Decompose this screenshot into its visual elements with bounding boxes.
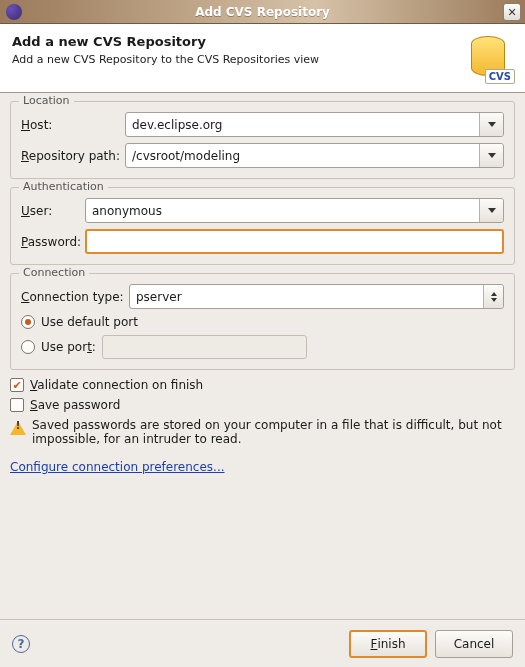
use-port-label: Use port: [41, 340, 96, 354]
password-input[interactable] [85, 229, 504, 254]
chevron-down-icon [488, 153, 496, 158]
cvs-repository-icon: CVS [465, 34, 513, 82]
authentication-group: Authentication User: anonymous Password: [10, 187, 515, 265]
host-input[interactable]: dev.eclipse.org [125, 112, 504, 137]
location-group: Location Host: dev.eclipse.org Repositor… [10, 101, 515, 179]
titlebar: Add CVS Repository ✕ [0, 0, 525, 24]
connection-type-select[interactable]: pserver [129, 284, 504, 309]
host-dropdown-button[interactable] [479, 113, 503, 136]
chevron-down-icon [488, 122, 496, 127]
use-default-port-radio[interactable]: Use default port [21, 315, 504, 329]
repository-path-value: /cvsroot/modeling [132, 149, 240, 163]
repository-path-label: Repository path: [21, 149, 125, 163]
save-password-label: Save password [30, 398, 120, 412]
radio-icon [21, 340, 35, 354]
dialog-title: Add a new CVS Repository [12, 34, 319, 49]
validate-connection-label: Validate connection on finish [30, 378, 203, 392]
connection-legend: Connection [19, 266, 89, 279]
connection-type-spinner[interactable] [483, 285, 503, 308]
validate-connection-checkbox[interactable]: Validate connection on finish [10, 378, 515, 392]
radio-icon [21, 315, 35, 329]
help-button[interactable]: ? [12, 635, 30, 653]
dialog-footer: ? Finish Cancel [0, 619, 525, 667]
cvs-badge: CVS [485, 69, 515, 84]
app-icon [6, 4, 22, 20]
location-legend: Location [19, 94, 74, 107]
connection-group: Connection Connection type: pserver Use … [10, 273, 515, 370]
warning-icon [10, 419, 26, 435]
connection-type-value: pserver [136, 290, 182, 304]
save-password-checkbox[interactable]: Save password [10, 398, 515, 412]
use-default-port-label: Use default port [41, 315, 138, 329]
connection-type-label: Connection type: [21, 290, 129, 304]
user-value: anonymous [92, 204, 162, 218]
host-value: dev.eclipse.org [132, 118, 222, 132]
use-port-radio[interactable]: Use port: [21, 335, 504, 359]
user-input[interactable]: anonymous [85, 198, 504, 223]
checkbox-icon [10, 398, 24, 412]
host-label: Host: [21, 118, 125, 132]
warning-message: Saved passwords are stored on your compu… [10, 418, 515, 446]
finish-button[interactable]: Finish [349, 630, 427, 658]
authentication-legend: Authentication [19, 180, 108, 193]
user-dropdown-button[interactable] [479, 199, 503, 222]
port-input [102, 335, 307, 359]
user-label: User: [21, 204, 85, 218]
repository-path-input[interactable]: /cvsroot/modeling [125, 143, 504, 168]
configure-preferences-link[interactable]: Configure connection preferences... [10, 460, 225, 474]
chevron-down-icon [488, 208, 496, 213]
password-label: Password: [21, 235, 85, 249]
warning-text: Saved passwords are stored on your compu… [32, 418, 515, 446]
window-title: Add CVS Repository [195, 5, 330, 19]
cancel-button[interactable]: Cancel [435, 630, 513, 658]
close-button[interactable]: ✕ [503, 3, 521, 21]
dialog-header: Add a new CVS Repository Add a new CVS R… [0, 24, 525, 93]
finish-label-tail: inish [377, 637, 405, 651]
checkbox-icon [10, 378, 24, 392]
dialog-subtitle: Add a new CVS Repository to the CVS Repo… [12, 53, 319, 66]
repository-path-dropdown-button[interactable] [479, 144, 503, 167]
